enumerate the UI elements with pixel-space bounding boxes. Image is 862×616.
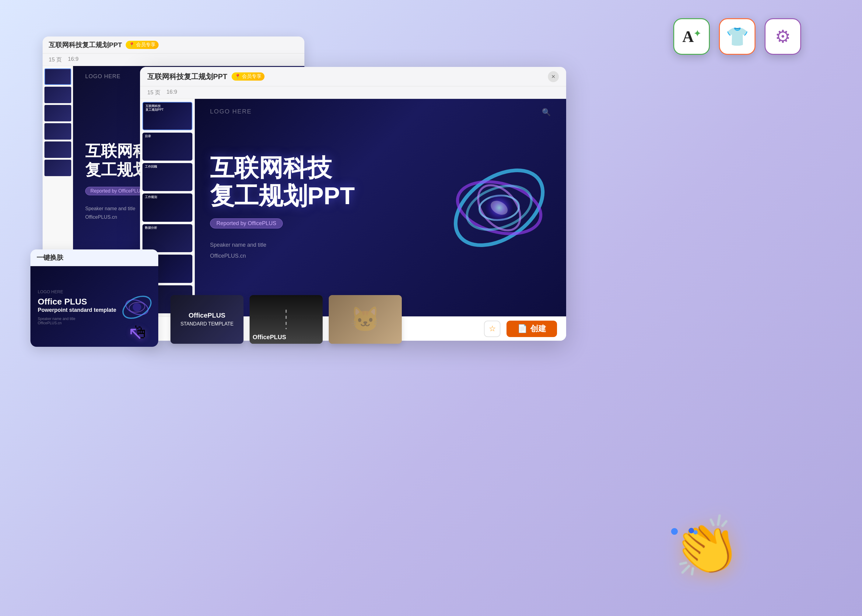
oneclick-speaker: Speaker name and title OfficePLUS.cn	[38, 317, 75, 325]
dialog-pages: 15 页	[147, 89, 161, 96]
settings-icon-label: ⚙	[775, 26, 791, 47]
bg-logo-text: LOGO HERE	[85, 73, 121, 80]
bg-pages: 15 页	[49, 56, 62, 63]
bg-reported-badge: Reported by OfficePLUS	[85, 187, 149, 195]
oneclick-logo: LOGO HERE	[38, 289, 63, 294]
dialog-titlebar: 互联网科技复工规划PPT 📍 会员专享 ×	[140, 67, 566, 86]
dialog-swirl-svg	[441, 150, 557, 266]
oneclick-swirl	[119, 289, 155, 325]
bg-vip-icon: 📍	[129, 42, 135, 48]
dialog-vip-label: 会员专享	[242, 73, 262, 80]
dialog-logo-text: LOGO HERE	[210, 108, 252, 115]
mouse-cursor-icon: ↖	[128, 322, 143, 344]
bg-thumb-1[interactable]	[44, 68, 71, 85]
dialog-thumb-4[interactable]: 工作规划	[142, 193, 192, 222]
template-1-label: OfficePLUSSTANDARD TEMPLATE	[178, 308, 236, 330]
template-3-label: 🐱	[329, 295, 402, 344]
dialog-main-preview: LOGO HERE 🔍 互联网科技 复工规划PPT Reported by Of…	[195, 99, 566, 316]
dialog-search-icon[interactable]: 🔍	[542, 108, 551, 116]
tshirt-icon-label: 👕	[726, 26, 749, 47]
dialog-vip-icon: 📍	[235, 74, 241, 79]
bg-ratio: 16:9	[68, 56, 79, 63]
create-doc-icon: 📄	[517, 324, 527, 333]
dialog-title-line2: 复工规划PPT	[210, 182, 355, 210]
oneclick-title: Office PLUS Powerpoint standard template	[38, 297, 116, 313]
sparkle-container	[678, 530, 698, 537]
thumb-1-label: 互联网科技复工规划PPT	[145, 104, 164, 112]
create-label: 创建	[530, 323, 546, 334]
tshirt-icon[interactable]: 👕	[719, 18, 755, 55]
bg-thumb-3[interactable]	[44, 105, 71, 121]
dialog-main-title: 互联网科技 复工规划PPT	[210, 154, 355, 210]
close-button[interactable]: ×	[548, 71, 559, 82]
dialog-thumb-2[interactable]: 目录	[142, 133, 192, 160]
oneclick-company-line: OfficePLUS.cn	[38, 321, 75, 325]
dialog-abstract-swirl	[441, 150, 557, 266]
dialog-thumb-3[interactable]: 工作回顾	[142, 163, 192, 191]
bg-vip-label: 会员专享	[136, 42, 156, 48]
bg-speaker-name: Speaker name and title	[85, 204, 136, 213]
dialog-thumb-1[interactable]: 互联网科技复工规划PPT	[142, 102, 192, 130]
thumb-5-label: 数据分析	[145, 226, 157, 229]
templates-row: OfficePLUSSTANDARD TEMPLATE OfficePLUS 🐱	[170, 295, 402, 344]
dialog-title-left: 互联网科技复工规划PPT 📍 会员专享	[147, 72, 265, 82]
oneclick-swirl-svg	[119, 289, 155, 325]
svg-point-15	[133, 303, 141, 311]
bg-vip-badge: 📍 会员专享	[126, 41, 159, 49]
bg-speaker: Speaker name and title OfficePLUS.cn	[85, 204, 136, 222]
dialog-meta-row: 15 页 16:9	[140, 86, 566, 99]
dialog-title-text: 互联网科技复工规划PPT	[147, 72, 227, 82]
star-button[interactable]: ☆	[484, 321, 500, 337]
thumb-3-label: 工作回顾	[145, 165, 157, 168]
create-button[interactable]: 📄 创建	[506, 321, 557, 337]
bg-window-titlebar: 互联网科技复工规划PPT 📍 会员专享	[43, 36, 304, 53]
oneclick-title-line2: Powerpoint standard template	[38, 307, 116, 314]
dialog-title-line1: 互联网科技	[210, 154, 355, 182]
dialog-speaker-company: OfficePLUS.cn	[210, 250, 266, 261]
thumb-4-label: 工作规划	[145, 195, 157, 199]
settings-icon[interactable]: ⚙	[764, 18, 801, 55]
oneclick-speaker-line: Speaker name and title	[38, 317, 75, 321]
template-thumb-1[interactable]: OfficePLUSSTANDARD TEMPLATE	[170, 295, 244, 344]
dialog-speaker: Speaker name and title OfficePLUS.cn	[210, 239, 266, 261]
bg-thumb-2[interactable]	[44, 87, 71, 103]
oneclick-title-line1: Office PLUS	[38, 297, 116, 307]
star-icon: ☆	[489, 324, 496, 333]
template-thumb-2[interactable]: OfficePLUS	[250, 295, 323, 344]
thumb-2-label: 目录	[145, 134, 151, 138]
bg-thumb-4[interactable]	[44, 123, 71, 140]
dialog-ratio: 16:9	[167, 89, 177, 96]
floating-icons-container: A✦ 👕 ⚙	[673, 18, 801, 55]
dialog-vip-badge: 📍 会员专享	[232, 72, 265, 81]
oneclick-header: 一键换肤	[30, 250, 158, 266]
dialog-thumb-5[interactable]: 数据分析	[142, 224, 192, 252]
bg-thumb-5[interactable]	[44, 141, 71, 158]
template-2-label: OfficePLUS	[253, 334, 286, 341]
bg-speaker-company: OfficePLUS.cn	[85, 213, 136, 222]
bg-window-title: 互联网科技复工规划PPT	[49, 41, 122, 50]
template-thumb-3[interactable]: 🐱	[329, 295, 402, 344]
dialog-body: 互联网科技复工规划PPT 目录 工作回顾 工作规划 数据分析 团队建设 工作总结	[140, 99, 566, 316]
dialog-reported-badge: Reported by OfficePLUS	[210, 218, 283, 228]
oneclick-card: 一键换肤 LOGO HERE Office PLUS Powerpoint st…	[30, 250, 158, 347]
oneclick-header-label: 一键换肤	[36, 254, 63, 261]
font-icon[interactable]: A✦	[673, 18, 710, 55]
oneclick-preview: LOGO HERE Office PLUS Powerpoint standar…	[30, 266, 158, 347]
clap-emoji: 👏	[667, 509, 745, 585]
bg-window-meta: 15 页 16:9	[43, 53, 304, 66]
dialog-speaker-name: Speaker name and title	[210, 239, 266, 250]
bg-thumb-6[interactable]	[44, 160, 71, 176]
font-icon-label: A✦	[682, 28, 701, 46]
